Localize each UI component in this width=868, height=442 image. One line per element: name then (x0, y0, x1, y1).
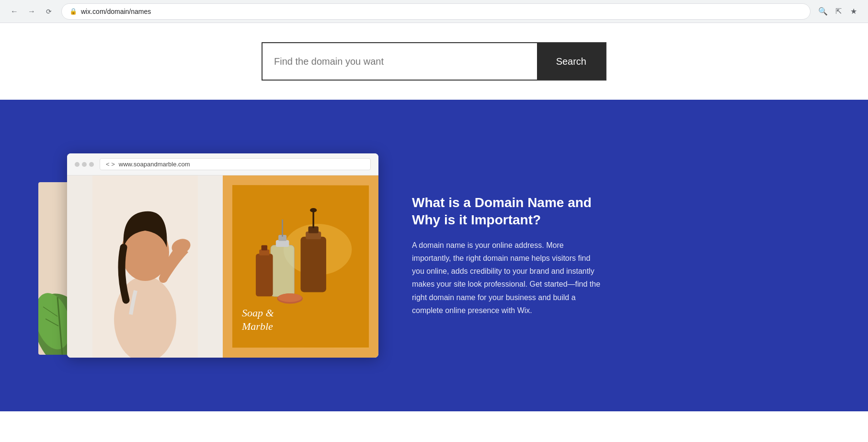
svg-rect-17 (276, 240, 289, 247)
browser-mockup: < > www.soapandmarble.com (67, 153, 378, 358)
browser-actions: 🔍 ⇱ ★ (816, 5, 860, 18)
mockup-nav-icons: < > (106, 161, 115, 168)
mockup-bottles-image: Soap & Marble (223, 175, 378, 358)
nav-buttons: ← → ⟳ (8, 5, 56, 18)
dot-3 (89, 162, 94, 167)
back-button[interactable]: ← (8, 5, 21, 18)
url-text: wix.com/domain/names (81, 8, 802, 15)
browser-mockup-container: < > www.soapandmarble.com (38, 153, 374, 358)
svg-rect-20 (256, 254, 273, 296)
svg-rect-16 (271, 245, 294, 296)
svg-point-15 (310, 208, 317, 212)
info-title: What is a Domain Name and Why is it Impo… (412, 194, 604, 229)
soap-brand-line2: Marble (242, 320, 274, 334)
bookmark-button[interactable]: ★ (847, 5, 860, 18)
person-svg (92, 175, 198, 358)
svg-point-24 (278, 293, 302, 302)
svg-rect-19 (282, 220, 283, 237)
bottles-background: Soap & Marble (232, 185, 369, 348)
search-section: Search (0, 23, 868, 100)
dot-2 (82, 162, 87, 167)
hero-section: < > www.soapandmarble.com (0, 100, 868, 411)
search-button[interactable]: Search (537, 43, 605, 80)
hero-info-text: What is a Domain Name and Why is it Impo… (412, 194, 604, 317)
page-content: Search (0, 23, 868, 411)
mockup-titlebar: < > www.soapandmarble.com (67, 153, 378, 175)
svg-rect-21 (259, 249, 269, 255)
svg-rect-14 (312, 211, 314, 228)
svg-rect-22 (262, 245, 267, 250)
svg-rect-11 (301, 237, 326, 292)
forward-button[interactable]: → (25, 5, 38, 18)
search-bar-container: Search (262, 42, 606, 81)
mockup-dots (75, 162, 94, 167)
browser-chrome: ← → ⟳ 🔒 wix.com/domain/names 🔍 ⇱ ★ (0, 0, 868, 23)
mockup-images: Soap & Marble (67, 175, 378, 358)
dot-1 (75, 162, 80, 167)
mockup-person-image (67, 175, 223, 358)
address-bar[interactable]: 🔒 wix.com/domain/names (61, 3, 811, 20)
mockup-address-bar: < > www.soapandmarble.com (100, 158, 371, 170)
mockup-url-text: www.soapandmarble.com (119, 161, 190, 168)
reload-button[interactable]: ⟳ (42, 5, 56, 18)
zoom-button[interactable]: 🔍 (816, 5, 830, 18)
lock-icon: 🔒 (69, 8, 77, 15)
info-description: A domain name is your online address. Mo… (412, 239, 604, 317)
soap-brand-line1: Soap & (242, 306, 274, 320)
domain-search-input[interactable] (263, 43, 537, 80)
share-button[interactable]: ⇱ (832, 5, 845, 18)
